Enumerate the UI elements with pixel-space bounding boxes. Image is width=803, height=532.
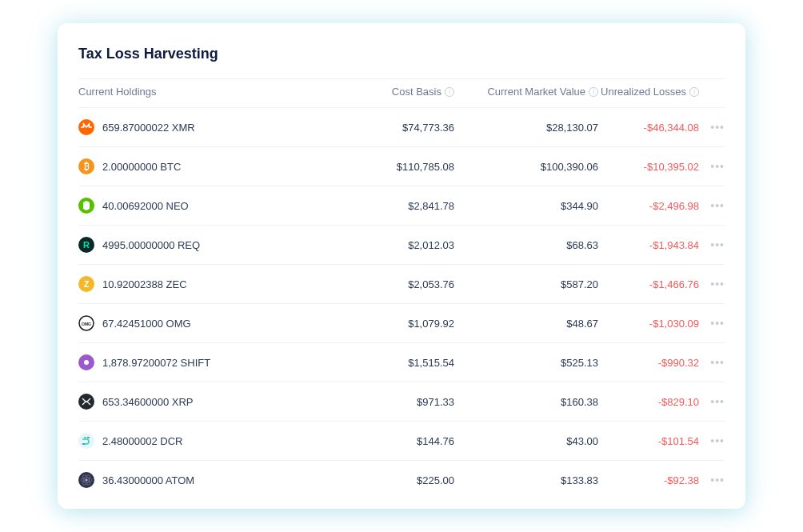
market-value-cell: $344.90 (454, 200, 598, 212)
header-unrealized-losses-label: Unrealized Losses (601, 86, 686, 98)
holding-amount: 67.42451000 OMG (102, 318, 191, 330)
tax-loss-card: Tax Loss Harvesting Current Holdings Cos… (58, 23, 745, 509)
market-value-cell: $48.67 (454, 318, 598, 330)
unrealized-loss-cell: -$10,395.02 (598, 161, 705, 173)
more-cell: ••• (705, 474, 725, 486)
more-cell: ••• (705, 161, 725, 172)
more-cell: ••• (705, 200, 725, 211)
cost-basis-cell: $1,515.54 (334, 357, 454, 369)
table-row: 659.87000022 XMR$74,773.36$28,130.07-$46… (78, 108, 725, 147)
header-cost-basis-label: Cost Basis (392, 86, 441, 98)
table-body: 659.87000022 XMR$74,773.36$28,130.07-$46… (78, 108, 725, 499)
table-row: 1,878.97200072 SHIFT$1,515.54$525.13-$99… (78, 343, 725, 382)
holdings-cell: 653.34600000 XRP (78, 394, 334, 410)
more-icon[interactable]: ••• (710, 435, 725, 446)
holding-amount: 36.43000000 ATOM (102, 474, 194, 486)
table-row: OMG67.42451000 OMG$1,079.92$48.67-$1,030… (78, 304, 725, 343)
more-cell: ••• (705, 357, 725, 368)
info-icon[interactable]: i (589, 87, 598, 97)
holdings-cell: R4995.00000000 REQ (78, 237, 334, 253)
cost-basis-cell: $2,012.03 (334, 239, 454, 251)
header-market-value: Current Market Value i (454, 86, 598, 98)
market-value-cell: $525.13 (454, 357, 598, 369)
table-row: Z10.92002388 ZEC$2,053.76$587.20-$1,466.… (78, 265, 725, 304)
unrealized-loss-cell: -$990.32 (598, 357, 705, 369)
unrealized-loss-cell: -$101.54 (598, 435, 705, 447)
zec-icon: Z (78, 276, 94, 292)
market-value-cell: $68.63 (454, 239, 598, 251)
holdings-cell: ₿2.00000000 BTC (78, 158, 334, 174)
more-cell: ••• (705, 435, 725, 446)
more-icon[interactable]: ••• (710, 318, 725, 329)
xmr-icon (78, 119, 94, 135)
svg-text:₿: ₿ (84, 161, 90, 172)
cost-basis-cell: $144.76 (334, 435, 454, 447)
svg-text:Z: Z (84, 279, 90, 289)
header-cost-basis: Cost Basis i (334, 86, 454, 98)
market-value-cell: $160.38 (454, 396, 598, 408)
header-unrealized-losses: Unrealized Losses i (598, 86, 705, 98)
svg-text:R: R (83, 240, 90, 250)
xrp-icon (78, 394, 94, 410)
header-market-value-label: Current Market Value (487, 86, 585, 98)
unrealized-loss-cell: -$1,466.76 (598, 278, 705, 290)
table-row: 36.43000000 ATOM$225.00$133.83-$92.38••• (78, 461, 725, 499)
holding-amount: 653.34600000 XRP (102, 396, 193, 408)
dcr-icon (78, 433, 94, 449)
more-cell: ••• (705, 239, 725, 250)
more-cell: ••• (705, 278, 725, 290)
holding-amount: 10.92002388 ZEC (102, 278, 187, 290)
cost-basis-cell: $2,841.78 (334, 200, 454, 212)
market-value-cell: $587.20 (454, 278, 598, 290)
table-row: ₿2.00000000 BTC$110,785.08$100,390.06-$1… (78, 147, 725, 186)
holdings-cell: Z10.92002388 ZEC (78, 276, 334, 292)
neo-icon (78, 198, 94, 214)
more-icon[interactable]: ••• (710, 357, 725, 368)
table-row: 653.34600000 XRP$971.33$160.38-$829.10••… (78, 382, 725, 422)
btc-icon: ₿ (78, 158, 94, 174)
more-icon[interactable]: ••• (710, 161, 725, 172)
svg-point-18 (86, 479, 88, 482)
header-holdings: Current Holdings (78, 86, 334, 98)
shift-icon (78, 354, 94, 370)
cost-basis-cell: $74,773.36 (334, 122, 454, 134)
cost-basis-cell: $2,053.76 (334, 278, 454, 290)
more-cell: ••• (705, 318, 725, 329)
omg-icon: OMG (78, 315, 94, 331)
holdings-cell: 40.00692000 NEO (78, 198, 334, 214)
svg-text:OMG: OMG (82, 322, 91, 326)
table-row: 40.00692000 NEO$2,841.78$344.90-$2,496.9… (78, 186, 725, 226)
holdings-cell: 2.48000002 DCR (78, 433, 334, 449)
more-icon[interactable]: ••• (710, 396, 725, 407)
more-cell: ••• (705, 122, 725, 133)
cost-basis-cell: $1,079.92 (334, 318, 454, 330)
atom-icon (78, 472, 94, 488)
cost-basis-cell: $110,785.08 (334, 161, 454, 173)
unrealized-loss-cell: -$1,030.09 (598, 318, 705, 330)
cost-basis-cell: $971.33 (334, 396, 454, 408)
unrealized-loss-cell: -$92.38 (598, 474, 705, 486)
more-icon[interactable]: ••• (710, 200, 725, 211)
svg-point-11 (84, 360, 89, 365)
more-icon[interactable]: ••• (710, 122, 725, 133)
holding-amount: 2.00000000 BTC (102, 161, 181, 173)
table-row: 2.48000002 DCR$144.76$43.00-$101.54••• (78, 422, 725, 461)
more-cell: ••• (705, 396, 725, 407)
holdings-cell: OMG67.42451000 OMG (78, 315, 334, 331)
market-value-cell: $28,130.07 (454, 122, 598, 134)
market-value-cell: $43.00 (454, 435, 598, 447)
holding-amount: 1,878.97200072 SHIFT (102, 357, 210, 369)
unrealized-loss-cell: -$829.10 (598, 396, 705, 408)
req-icon: R (78, 237, 94, 253)
holdings-cell: 36.43000000 ATOM (78, 472, 334, 488)
market-value-cell: $100,390.06 (454, 161, 598, 173)
more-icon[interactable]: ••• (710, 474, 725, 486)
info-icon[interactable]: i (689, 87, 699, 97)
holding-amount: 40.00692000 NEO (102, 200, 189, 212)
cost-basis-cell: $225.00 (334, 474, 454, 486)
more-icon[interactable]: ••• (710, 278, 725, 290)
unrealized-loss-cell: -$46,344.08 (598, 122, 705, 134)
info-icon[interactable]: i (445, 87, 454, 97)
more-icon[interactable]: ••• (710, 239, 725, 250)
holdings-cell: 1,878.97200072 SHIFT (78, 354, 334, 370)
